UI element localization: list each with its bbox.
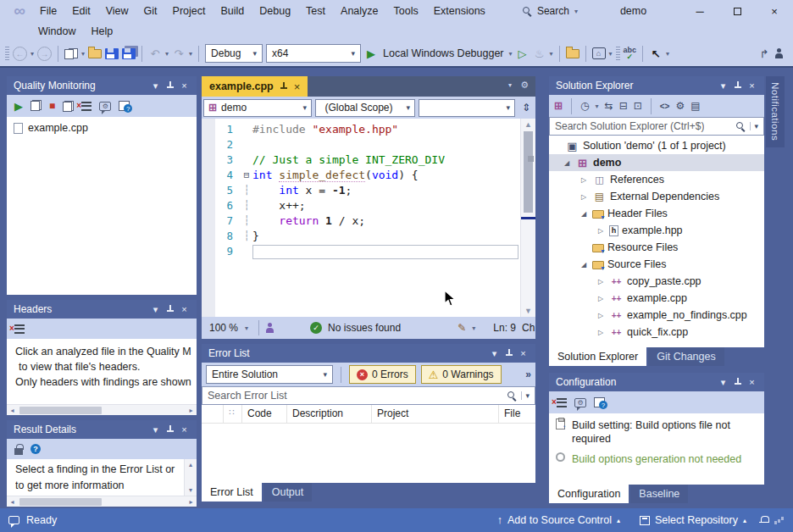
solution-explorer-search-box[interactable]: Search Solution Explorer (Ctrl+$) ▾ <box>549 117 764 136</box>
headers-titlebar[interactable]: Headers ▾ × <box>7 300 197 319</box>
errors-filter-button[interactable]: × 0 Errors <box>349 365 416 384</box>
properties-wrench-icon[interactable]: ⚙ <box>675 100 685 112</box>
help-icon[interactable]: ? <box>30 444 41 454</box>
new-project-caret-icon[interactable]: ▾ <box>81 50 85 58</box>
document-tab-example-cpp[interactable]: example.cpp × <box>202 76 308 97</box>
scrollbar-thumb[interactable] <box>19 498 102 506</box>
panel-menu-caret-icon[interactable]: ▾ <box>148 302 163 316</box>
tree-row[interactable]: ▷ copy_paste.cpp <box>549 273 764 290</box>
scroll-right-icon[interactable]: ▸ <box>186 498 197 506</box>
toolbar-grip[interactable] <box>5 47 9 61</box>
column-header[interactable] <box>202 405 224 423</box>
help-book-button[interactable] <box>594 397 605 407</box>
scroll-right-icon[interactable]: ▸ <box>186 407 197 414</box>
menu-item[interactable]: Project <box>165 3 214 19</box>
close-button[interactable]: × <box>756 0 793 22</box>
breakpoint-margin[interactable] <box>202 119 215 317</box>
split-editor-button[interactable]: ⇕ <box>518 99 534 117</box>
notifications-bell-icon[interactable] <box>759 516 768 525</box>
pin-icon[interactable] <box>280 82 288 91</box>
run-analysis-button[interactable]: ▶ <box>14 100 23 113</box>
editor-options-gear-icon[interactable]: ⚙ <box>520 80 529 91</box>
solution-configuration-combo[interactable]: Debug ▾ <box>205 44 263 63</box>
clear-findings-button[interactable] <box>81 102 92 111</box>
column-header[interactable]: Project <box>372 405 499 423</box>
collapse-all-button[interactable]: ⊟ <box>619 100 628 112</box>
expander-icon[interactable]: ◢ <box>564 159 575 167</box>
scrollbar-thumb[interactable] <box>524 131 533 213</box>
settings-chat-button[interactable]: ⚙ <box>99 102 111 111</box>
search-caret-icon[interactable]: ▾ <box>521 391 530 400</box>
stop-analysis-button[interactable]: ■ <box>49 100 55 112</box>
panel-tab[interactable]: Baseline <box>630 485 688 503</box>
scroll-down-icon[interactable]: ▼ <box>521 307 535 315</box>
close-icon[interactable]: × <box>745 79 759 92</box>
panel-tab[interactable]: Error List <box>202 483 262 502</box>
solution-explorer-titlebar[interactable]: Solution Explorer ▾ × <box>549 76 764 95</box>
expander-icon[interactable]: ◢ <box>581 261 592 269</box>
panel-menu-caret-icon[interactable]: ▾ <box>487 346 502 360</box>
pin-icon[interactable] <box>163 423 177 436</box>
select-repository-button[interactable]: Select Repository ▴ <box>633 514 753 526</box>
warnings-filter-button[interactable]: ⚠ 0 Warnings <box>421 365 502 384</box>
pin-icon[interactable] <box>730 375 745 389</box>
sync-with-active-document-button[interactable]: ⇆ <box>605 100 613 112</box>
filter-caret-icon[interactable]: ▾ <box>596 103 599 110</box>
expander-icon[interactable]: ▷ <box>598 312 609 319</box>
debug-target-caret-icon[interactable]: ▾ <box>509 50 513 58</box>
run-all-analysis-button[interactable] <box>30 100 42 113</box>
pending-changes-filter-button[interactable]: ◷ <box>580 100 589 112</box>
panel-menu-caret-icon[interactable]: ▾ <box>148 423 163 436</box>
solution-explorer-home-button[interactable]: ⌂ <box>592 47 606 59</box>
pin-icon[interactable] <box>163 302 177 316</box>
column-header[interactable]: ∷ <box>224 405 242 423</box>
copy-results-button[interactable] <box>63 101 74 112</box>
vertical-scrollbar[interactable]: ▴▾ <box>184 459 197 496</box>
menu-item[interactable]: Window <box>30 23 83 40</box>
scroll-up-icon[interactable]: ▴ <box>189 461 192 468</box>
lock-icon[interactable] <box>14 448 23 455</box>
preview-selected-button[interactable]: ⊡ <box>634 100 642 112</box>
expander-icon[interactable]: ▷ <box>598 227 609 235</box>
undo-button[interactable]: ↶ <box>148 45 162 62</box>
tree-row[interactable]: ▷ References <box>549 171 764 188</box>
column-header[interactable]: Description <box>287 405 372 423</box>
start-debugging-icon[interactable]: ▶ <box>364 45 378 62</box>
menu-item[interactable]: Extensions <box>426 3 493 19</box>
tree-row[interactable]: ▷ example_no_findings.cpp <box>549 307 764 324</box>
hot-reload-caret-icon[interactable]: ▾ <box>550 50 553 58</box>
redo-button[interactable]: ↷ <box>172 45 186 62</box>
solution-platform-combo[interactable]: x64 ▾ <box>266 44 361 63</box>
menu-item[interactable]: File <box>32 3 64 19</box>
column-header[interactable]: Code <box>242 405 287 423</box>
settings-chat-button[interactable]: ⚙ <box>574 398 586 407</box>
find-in-files-button[interactable] <box>566 49 580 58</box>
help-book-button[interactable] <box>119 101 130 111</box>
tree-row[interactable]: ◢ Header Files <box>549 205 764 222</box>
error-list-search-box[interactable]: Search Error List ▾ <box>202 386 535 405</box>
panel-tab[interactable]: Git Changes <box>648 347 724 366</box>
menu-item[interactable]: Tools <box>386 3 426 19</box>
code-cleanup-caret-icon[interactable]: ▾ <box>472 324 475 332</box>
hot-reload-button[interactable]: ♨ <box>533 45 546 62</box>
tree-row[interactable]: ◢ demo <box>549 154 764 171</box>
scroll-left-icon[interactable]: ◂ <box>7 498 18 506</box>
minimize-button[interactable]: ─ <box>681 0 718 22</box>
menu-item[interactable]: Test <box>298 3 333 19</box>
horizontal-scrollbar[interactable]: ◂ ▸ <box>7 404 197 415</box>
search-box[interactable]: Search ▾ <box>515 3 585 19</box>
zoom-level-combo[interactable]: 100 % ▾ <box>205 320 252 335</box>
live-share-icon[interactable] <box>265 323 274 334</box>
new-project-button[interactable] <box>64 48 78 59</box>
navigate-forward-button[interactable]: → <box>37 47 52 61</box>
outline-collapse-icon[interactable]: ⊟ <box>241 168 252 183</box>
expander-icon[interactable]: ▷ <box>598 295 609 302</box>
panel-menu-caret-icon[interactable]: ▾ <box>716 375 730 389</box>
attach-to-process-button[interactable]: ↖ <box>649 45 663 62</box>
configuration-titlebar[interactable]: Configuration ▾ × <box>549 373 764 391</box>
tree-row[interactable]: Resource Files <box>549 239 764 256</box>
tree-row[interactable]: Solution 'demo' (1 of 1 project) <box>549 137 764 154</box>
view-code-button[interactable]: <> <box>660 102 670 111</box>
home-caret-icon[interactable]: ▾ <box>609 50 613 58</box>
document-list-caret-icon[interactable]: ▾ <box>508 81 512 89</box>
